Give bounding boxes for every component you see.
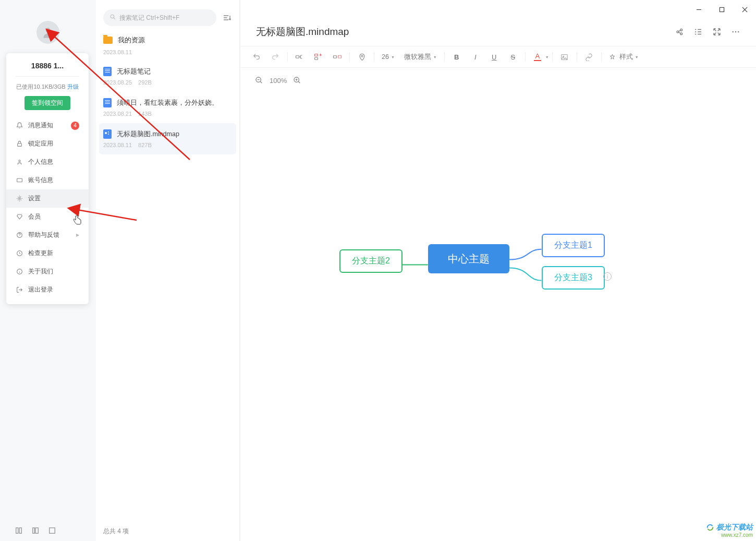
add-child-button[interactable] <box>291 49 309 65</box>
link-button[interactable] <box>580 49 598 65</box>
svg-rect-23 <box>315 58 318 60</box>
window-controls <box>687 0 756 19</box>
person-icon <box>16 159 23 166</box>
svg-rect-3 <box>17 178 22 182</box>
menu-vip[interactable]: 会员 <box>6 208 89 226</box>
svg-point-18 <box>733 31 734 32</box>
svg-rect-12 <box>50 528 55 534</box>
left-sidebar: 18886 1... 已使用10.1KB/3GB 升级 签到领空间 消息通知4 … <box>0 0 96 541</box>
svg-point-19 <box>735 31 736 32</box>
svg-point-4 <box>18 198 20 199</box>
text-color-button[interactable]: A <box>529 49 546 65</box>
file-item[interactable]: 无标题脑图.mindmap 2023.08.11827B <box>99 123 236 154</box>
folder-row[interactable]: 我的资源 <box>96 26 239 47</box>
undo-button[interactable] <box>248 49 265 65</box>
bottom-toolbar <box>0 520 96 541</box>
add-parent-button[interactable] <box>328 49 346 65</box>
svg-rect-22 <box>315 54 318 56</box>
folder-date: 2023.08.11 <box>96 47 239 61</box>
mindmap-branch-node[interactable]: 分支主题3 <box>542 266 605 290</box>
document-title: 无标题脑图.mindmap <box>256 25 349 39</box>
underline-button[interactable]: U <box>485 49 503 65</box>
expand-icon[interactable] <box>712 27 722 37</box>
menu-notifications[interactable]: 消息通知4 <box>6 116 89 135</box>
menu-personal-info[interactable]: 个人信息 <box>6 153 89 171</box>
main-pane: 无标题脑图.mindmap 26▼ 微软雅黑▼ B I U S <box>240 0 756 541</box>
file-item[interactable]: 须晴日，看红装素裹，分外妖娆。 2023.08.21143B <box>96 92 239 123</box>
mindmap-center-node[interactable]: 中心主题 <box>428 244 509 273</box>
svg-rect-14 <box>720 7 724 11</box>
menu-lock-app[interactable]: 锁定应用 <box>6 135 89 153</box>
file-item[interactable]: 无标题笔记 2023.08.25292B <box>96 61 239 92</box>
layout-left-icon[interactable] <box>31 526 40 535</box>
person-icon <box>41 26 55 39</box>
user-popup: 18886 1... 已使用10.1KB/3GB 升级 签到领空间 消息通知4 … <box>6 53 89 304</box>
mindmap-branch-node[interactable]: 分支主题2 <box>339 249 403 273</box>
refresh-icon <box>16 250 23 257</box>
redo-button[interactable] <box>266 49 284 65</box>
gear-icon <box>16 195 23 202</box>
svg-rect-1 <box>17 143 21 146</box>
font-family-select[interactable]: 微软雅黑▼ <box>400 53 441 62</box>
layout-all-icon[interactable] <box>15 526 23 535</box>
menu-logout[interactable]: 退出登录 <box>6 281 89 299</box>
menu-check-update[interactable]: 检查更新 <box>6 244 89 262</box>
menu-help-feedback[interactable]: 帮助与反馈▶ <box>6 226 89 244</box>
upgrade-link[interactable]: 升级 <box>67 83 79 90</box>
zoom-level: 100% <box>270 77 287 85</box>
zoom-in-button[interactable] <box>292 75 302 86</box>
help-icon <box>16 232 23 239</box>
mindmap-canvas[interactable]: 中心主题 分支主题2 分支主题1 分支主题3 i <box>240 93 756 541</box>
svg-point-13 <box>111 15 114 18</box>
info-icon <box>16 268 23 275</box>
svg-point-2 <box>18 160 20 162</box>
svg-point-26 <box>361 55 362 57</box>
file-panel: 搜索笔记 Ctrl+Shift+F 我的资源 2023.08.11 无标题笔记 … <box>96 0 240 541</box>
svg-rect-24 <box>334 56 337 58</box>
svg-point-0 <box>46 28 51 32</box>
search-input[interactable]: 搜索笔记 Ctrl+Shift+F <box>103 9 216 26</box>
diamond-icon <box>16 213 23 221</box>
bold-button[interactable]: B <box>448 49 466 65</box>
strikethrough-button[interactable]: S <box>504 49 522 65</box>
chevron-right-icon: ▶ <box>76 233 79 237</box>
storage-text: 已使用10.1KB/3GB 升级 <box>6 83 89 91</box>
svg-rect-21 <box>296 56 299 58</box>
mindmap-branch-node[interactable]: 分支主题1 <box>542 234 605 257</box>
maximize-button[interactable] <box>710 1 733 18</box>
add-sibling-button[interactable] <box>310 49 327 65</box>
signin-button[interactable]: 签到领空间 <box>25 96 70 110</box>
id-card-icon <box>16 177 23 184</box>
close-button[interactable] <box>733 1 756 18</box>
user-name: 18886 1... <box>6 62 89 70</box>
outline-icon[interactable] <box>693 27 703 37</box>
font-size-select[interactable]: 26▼ <box>377 53 399 61</box>
menu-settings[interactable]: 设置 <box>6 189 89 208</box>
minimize-button[interactable] <box>687 1 710 18</box>
image-button[interactable] <box>556 49 574 65</box>
svg-rect-9 <box>19 528 21 534</box>
location-button[interactable] <box>353 49 371 65</box>
menu-account-info[interactable]: 账号信息 <box>6 171 89 189</box>
menu-about[interactable]: 关于我们 <box>6 262 89 281</box>
svg-point-28 <box>563 56 564 57</box>
italic-button[interactable]: I <box>467 49 484 65</box>
info-icon[interactable]: i <box>603 272 612 281</box>
avatar[interactable] <box>36 21 59 44</box>
toolbar: 26▼ 微软雅黑▼ B I U S A ▼ 样式▼ <box>240 46 756 68</box>
more-icon[interactable] <box>731 27 740 37</box>
mindmap-icon <box>103 129 112 139</box>
svg-rect-8 <box>16 528 18 534</box>
svg-rect-11 <box>35 528 38 534</box>
svg-rect-25 <box>338 56 342 58</box>
share-icon[interactable] <box>675 27 684 37</box>
zoom-out-button[interactable] <box>254 75 264 86</box>
document-icon <box>103 67 112 76</box>
search-icon <box>109 14 116 22</box>
logout-icon <box>16 286 23 294</box>
document-icon <box>103 98 112 107</box>
layout-single-icon[interactable] <box>48 526 56 535</box>
sort-button[interactable] <box>222 13 232 23</box>
lock-icon <box>16 140 23 148</box>
style-select[interactable]: 样式▼ <box>605 53 643 62</box>
